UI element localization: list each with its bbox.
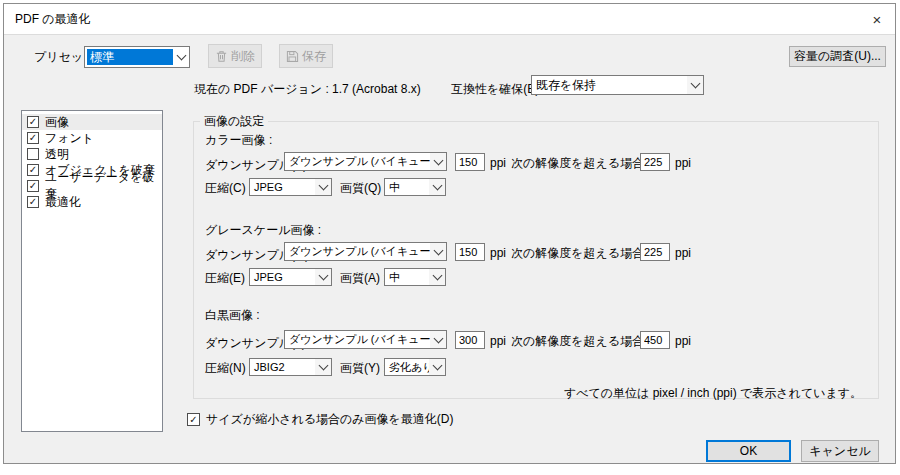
compression-label: 圧縮(E) :	[205, 271, 252, 285]
list-item-discard-user-data[interactable]: ✓ ユーザーデータを破棄	[22, 178, 162, 194]
chevron-down-icon	[315, 359, 331, 375]
cancel-button-label: キャンセル	[809, 443, 870, 460]
ppi-unit: ppi	[490, 246, 506, 260]
mono-threshold-input[interactable]	[640, 331, 670, 349]
compatibility-selected-value: 既存を保持	[532, 77, 687, 94]
optimize-checkbox-label: サイズが縮小される場合のみ画像を最適化(D)	[206, 411, 453, 428]
downsample-selected-value: ダウンサンプル (バイキュービック法)	[285, 243, 430, 260]
compression-label: 圧縮(N) :	[205, 361, 252, 375]
ppi-unit: ppi	[675, 334, 691, 348]
ppi-unit: ppi	[675, 156, 691, 170]
ok-button[interactable]: OK	[706, 440, 791, 462]
downsample-selected-value: ダウンサンプル (バイキュービック法)	[285, 153, 430, 170]
list-item-fonts[interactable]: ✓ フォント	[22, 130, 162, 146]
chevron-down-icon	[315, 269, 331, 285]
delete-preset-button[interactable]: 削除	[208, 44, 262, 68]
audit-space-usage-button[interactable]: 容量の調査(U)...	[789, 46, 886, 67]
quality-label: 画質(Q) :	[340, 181, 388, 195]
current-pdf-version-text: 現在の PDF バージョン : 1.7 (Acrobat 8.x)	[194, 82, 421, 96]
dialog-title: PDF の最適化	[15, 4, 91, 34]
color-ppi-input[interactable]	[455, 153, 485, 171]
checkbox-checked[interactable]: ✓	[27, 196, 39, 208]
gray-threshold-input[interactable]	[640, 243, 670, 261]
gray-ppi-input[interactable]	[455, 243, 485, 261]
optimizer-panels-list: ✓ 画像 ✓ フォント 透明 ✓ オブジェクトを破棄 ✓ ユーザーデータを破棄 …	[21, 110, 163, 432]
quality-label: 画質(A) :	[340, 271, 387, 285]
list-item-transparency[interactable]: 透明	[22, 146, 162, 162]
chevron-down-icon	[429, 179, 445, 195]
compression-label: 圧縮(C) :	[205, 181, 252, 195]
preset-selected-value: 標準	[87, 49, 173, 65]
gray-compression-select[interactable]: JPEG	[249, 268, 332, 286]
chevron-down-icon	[430, 153, 446, 170]
mono-quality-select[interactable]: 劣化あり	[384, 358, 446, 376]
quality-selected-value: 中	[385, 269, 429, 286]
image-settings-group: 画像の設定 カラー画像 : ダウンサンプル(P) : ダウンサンプル (バイキュ…	[193, 121, 879, 399]
delete-button-label: 削除	[231, 48, 255, 65]
color-downsample-select[interactable]: ダウンサンプル (バイキュービック法)	[284, 152, 447, 171]
chevron-down-icon	[429, 359, 445, 375]
pdf-optimizer-dialog: PDF の最適化 × プリセット(S) : 標準 削除 保存 容量の調査(U).…	[3, 3, 896, 464]
gray-quality-select[interactable]: 中	[384, 268, 446, 286]
list-item-label: 透明	[45, 146, 69, 163]
compression-selected-value: JPEG	[250, 269, 315, 286]
checkbox-checked[interactable]: ✓	[27, 116, 39, 128]
chevron-down-icon	[173, 47, 189, 67]
screen: PDF の最適化 × プリセット(S) : 標準 削除 保存 容量の調査(U).…	[0, 0, 900, 475]
chevron-down-icon	[429, 269, 445, 285]
mono-compression-select[interactable]: JBIG2	[249, 358, 332, 376]
quality-selected-value: 劣化あり	[385, 359, 429, 376]
mono-images-title: 白黒画像 :	[205, 308, 260, 322]
units-note: すべての単位は pixel / inch (ppi) で表示されています。	[564, 385, 862, 402]
chevron-down-icon	[430, 243, 446, 260]
save-button-label: 保存	[302, 48, 326, 65]
chevron-down-icon	[430, 331, 446, 348]
gray-downsample-select[interactable]: ダウンサンプル (バイキュービック法)	[284, 242, 447, 261]
list-item-label: 画像	[45, 114, 69, 131]
list-item-images[interactable]: ✓ 画像	[22, 114, 162, 130]
checkbox-checked[interactable]: ✓	[27, 132, 39, 144]
ppi-unit: ppi	[490, 156, 506, 170]
audit-button-label: 容量の調査(U)...	[794, 48, 881, 65]
grayscale-images-title: グレースケール画像 :	[205, 223, 321, 237]
quality-label: 画質(Y) :	[340, 361, 387, 375]
trash-icon	[215, 50, 228, 63]
group-title: 画像の設定	[200, 114, 268, 128]
compatibility-select[interactable]: 既存を保持	[531, 75, 704, 95]
chevron-down-icon	[687, 76, 703, 94]
chevron-down-icon	[315, 179, 331, 195]
color-threshold-input[interactable]	[640, 153, 670, 171]
save-icon	[286, 50, 299, 63]
ppi-unit: ppi	[490, 334, 506, 348]
close-icon[interactable]: ×	[863, 7, 891, 31]
mono-ppi-input[interactable]	[455, 331, 485, 349]
cancel-button[interactable]: キャンセル	[801, 440, 879, 462]
titlebar: PDF の最適化 ×	[4, 4, 895, 35]
checkbox-checked[interactable]: ✓	[27, 164, 39, 176]
preset-select[interactable]: 標準	[84, 46, 190, 68]
quality-selected-value: 中	[385, 179, 429, 196]
mono-downsample-select[interactable]: ダウンサンプル (バイキュービック法)	[284, 330, 447, 349]
optimize-only-if-smaller-checkbox[interactable]: ✓ サイズが縮小される場合のみ画像を最適化(D)	[187, 411, 453, 428]
save-preset-button[interactable]: 保存	[279, 44, 333, 68]
color-compression-select[interactable]: JPEG	[249, 178, 332, 196]
ppi-unit: ppi	[675, 246, 691, 260]
checkbox-unchecked[interactable]	[27, 148, 39, 160]
color-quality-select[interactable]: 中	[384, 178, 446, 196]
color-images-title: カラー画像 :	[205, 133, 272, 147]
checkbox-checked[interactable]: ✓	[27, 180, 39, 192]
compression-selected-value: JBIG2	[250, 359, 315, 376]
downsample-selected-value: ダウンサンプル (バイキュービック法)	[285, 331, 430, 348]
compression-selected-value: JPEG	[250, 179, 315, 196]
checkbox-checked[interactable]: ✓	[187, 413, 200, 426]
ok-button-label: OK	[740, 444, 757, 458]
list-item-label: フォント	[45, 130, 94, 147]
list-item-label: 最適化	[45, 194, 81, 211]
